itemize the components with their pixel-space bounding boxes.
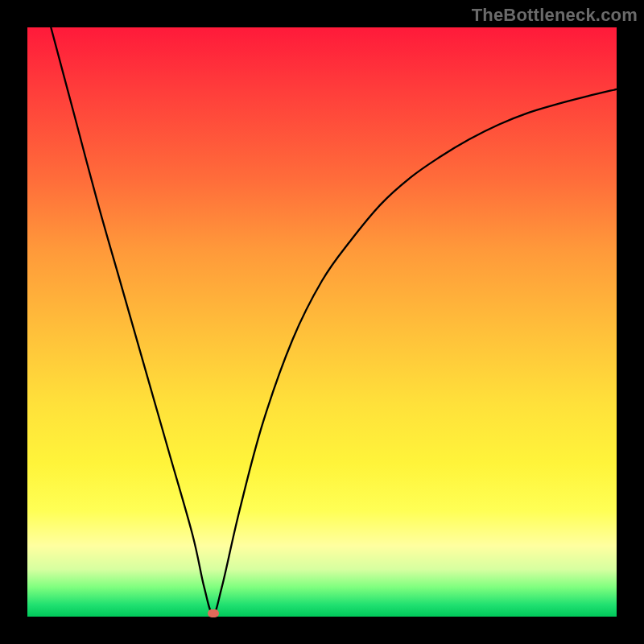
watermark-text: TheBottleneck.com bbox=[472, 5, 638, 26]
chart-frame: TheBottleneck.com bbox=[0, 0, 644, 644]
bottleneck-curve bbox=[27, 27, 617, 617]
optimal-point-marker bbox=[208, 609, 219, 617]
plot-area bbox=[27, 27, 617, 617]
